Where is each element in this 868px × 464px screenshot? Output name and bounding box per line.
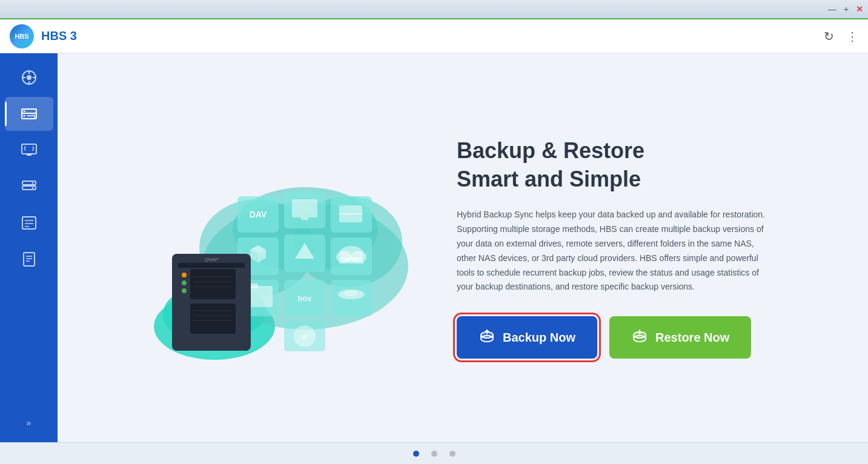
svg-point-9	[25, 110, 27, 112]
status-dot-3	[449, 451, 456, 457]
svg-rect-15	[22, 181, 36, 185]
svg-rect-69	[190, 269, 236, 299]
restore-now-button[interactable]: Restore Now	[609, 316, 751, 359]
svg-rect-37	[292, 199, 317, 217]
svg-rect-70	[190, 303, 236, 334]
window-controls: — + ✕	[828, 4, 863, 14]
menu-button[interactable]: ⋮	[846, 29, 858, 44]
svg-point-67	[182, 280, 187, 285]
svg-rect-65	[178, 263, 245, 268]
main-layout: »	[0, 53, 868, 442]
sidebar-item-overview[interactable]	[5, 61, 53, 94]
backup-now-button[interactable]: Backup Now	[457, 316, 597, 359]
right-content: Backup & Restore Smart and Simple Hybrid…	[420, 137, 796, 359]
svg-rect-23	[24, 253, 35, 266]
description: Hybrid Backup Sync helps keep your data …	[457, 208, 772, 294]
minimize-button[interactable]: —	[828, 4, 837, 14]
backup-icon	[479, 327, 495, 348]
sidebar-item-backup-restore[interactable]	[5, 97, 53, 131]
restore-icon	[631, 327, 648, 348]
sidebar-item-storage[interactable]	[5, 170, 53, 204]
app-title: HBS 3	[41, 29, 824, 43]
header-actions: ↻ ⋮	[824, 29, 858, 44]
status-dot-1	[413, 451, 419, 457]
sidebar-item-sync[interactable]	[5, 133, 53, 167]
app-logo: HBS	[10, 24, 34, 48]
svg-point-1	[27, 75, 31, 80]
svg-point-66	[182, 273, 187, 277]
svg-point-10	[23, 115, 25, 117]
sidebar-expand-button[interactable]: »	[5, 411, 53, 435]
sidebar-item-services[interactable]	[5, 206, 53, 240]
content-area: DAV	[58, 53, 868, 442]
maximize-button[interactable]: +	[844, 4, 849, 14]
title-bar: — + ✕	[0, 0, 868, 19]
headline: Backup & Restore Smart and Simple	[457, 137, 796, 194]
action-buttons: Backup Now	[457, 316, 796, 359]
sidebar-item-logs[interactable]	[5, 242, 53, 276]
status-bar	[0, 442, 868, 464]
svg-point-18	[31, 187, 33, 189]
svg-text:QNAP: QNAP	[205, 257, 219, 262]
svg-rect-64	[172, 254, 251, 351]
svg-rect-12	[22, 144, 36, 154]
refresh-button[interactable]: ↻	[824, 29, 834, 44]
svg-rect-19	[22, 217, 36, 229]
status-dot-2	[431, 451, 437, 457]
svg-text:DAV: DAV	[250, 210, 267, 219]
svg-rect-16	[22, 186, 36, 190]
sidebar: »	[0, 53, 58, 442]
svg-point-17	[31, 182, 33, 184]
svg-rect-52	[339, 257, 363, 263]
svg-rect-38	[301, 217, 308, 220]
illustration: DAV	[130, 121, 420, 375]
close-button[interactable]: ✕	[856, 4, 863, 14]
welcome-panel: DAV	[130, 121, 796, 375]
app-container: HBS HBS 3 ↻ ⋮	[0, 19, 868, 464]
svg-point-8	[23, 110, 25, 112]
svg-text:a: a	[302, 331, 307, 341]
svg-text:box: box	[297, 294, 312, 303]
app-header: HBS HBS 3 ↻ ⋮	[0, 19, 868, 53]
svg-point-60	[344, 290, 359, 296]
svg-point-68	[182, 288, 187, 293]
